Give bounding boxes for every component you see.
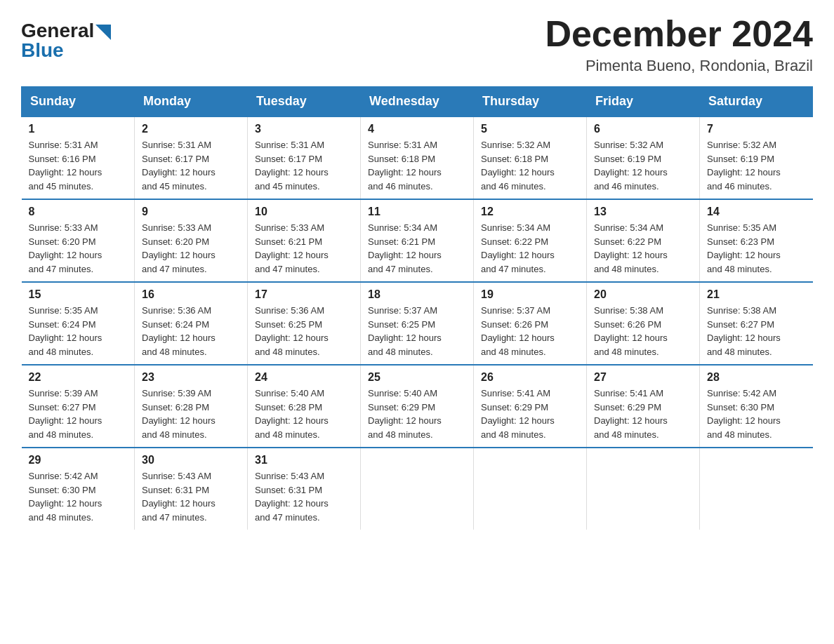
- calendar-week-row: 29 Sunrise: 5:42 AMSunset: 6:30 PMDaylig…: [22, 448, 813, 530]
- calendar-week-row: 15 Sunrise: 5:35 AMSunset: 6:24 PMDaylig…: [22, 282, 813, 365]
- calendar-cell: 18 Sunrise: 5:37 AMSunset: 6:25 PMDaylig…: [361, 282, 474, 365]
- calendar-cell: 31 Sunrise: 5:43 AMSunset: 6:31 PMDaylig…: [248, 448, 361, 530]
- calendar-cell: 29 Sunrise: 5:42 AMSunset: 6:30 PMDaylig…: [22, 448, 135, 530]
- day-number: 15: [29, 288, 128, 301]
- day-info: Sunrise: 5:40 AMSunset: 6:29 PMDaylight:…: [368, 388, 442, 440]
- day-number: 18: [368, 288, 466, 301]
- calendar-cell: [361, 448, 474, 530]
- calendar-cell: 30 Sunrise: 5:43 AMSunset: 6:31 PMDaylig…: [135, 448, 248, 530]
- weekday-header-monday: Monday: [135, 87, 248, 117]
- day-info: Sunrise: 5:32 AMSunset: 6:19 PMDaylight:…: [594, 140, 668, 192]
- day-number: 23: [142, 371, 240, 384]
- calendar-cell: 22 Sunrise: 5:39 AMSunset: 6:27 PMDaylig…: [22, 365, 135, 448]
- weekday-header-row: SundayMondayTuesdayWednesdayThursdayFrid…: [22, 87, 813, 117]
- calendar-cell: 1 Sunrise: 5:31 AMSunset: 6:16 PMDayligh…: [22, 116, 135, 199]
- day-number: 25: [368, 371, 466, 384]
- day-number: 12: [481, 206, 579, 218]
- day-number: 5: [481, 123, 579, 135]
- day-number: 16: [142, 288, 240, 301]
- day-info: Sunrise: 5:36 AMSunset: 6:24 PMDaylight:…: [142, 305, 216, 357]
- day-info: Sunrise: 5:32 AMSunset: 6:19 PMDaylight:…: [707, 140, 781, 192]
- logo: General Blue: [21, 21, 111, 60]
- day-number: 13: [594, 206, 692, 218]
- logo-general-text: General: [21, 21, 94, 41]
- calendar-cell: 13 Sunrise: 5:34 AMSunset: 6:22 PMDaylig…: [587, 199, 700, 282]
- day-info: Sunrise: 5:31 AMSunset: 6:16 PMDaylight:…: [29, 140, 102, 192]
- calendar-cell: 16 Sunrise: 5:36 AMSunset: 6:24 PMDaylig…: [135, 282, 248, 365]
- calendar-cell: [474, 448, 587, 530]
- weekday-header-wednesday: Wednesday: [361, 87, 474, 117]
- day-info: Sunrise: 5:35 AMSunset: 6:23 PMDaylight:…: [707, 222, 781, 274]
- day-info: Sunrise: 5:43 AMSunset: 6:31 PMDaylight:…: [142, 471, 216, 523]
- calendar-cell: 7 Sunrise: 5:32 AMSunset: 6:19 PMDayligh…: [700, 116, 813, 199]
- day-number: 29: [29, 454, 128, 467]
- calendar-subtitle: Pimenta Bueno, Rondonia, Brazil: [545, 57, 813, 75]
- day-info: Sunrise: 5:37 AMSunset: 6:25 PMDaylight:…: [368, 305, 442, 357]
- day-number: 26: [481, 371, 579, 384]
- day-info: Sunrise: 5:31 AMSunset: 6:17 PMDaylight:…: [255, 140, 329, 192]
- day-info: Sunrise: 5:37 AMSunset: 6:26 PMDaylight:…: [481, 305, 555, 357]
- calendar-cell: 17 Sunrise: 5:36 AMSunset: 6:25 PMDaylig…: [248, 282, 361, 365]
- day-number: 4: [368, 123, 466, 135]
- weekday-header-friday: Friday: [587, 87, 700, 117]
- day-number: 17: [255, 288, 353, 301]
- calendar-week-row: 8 Sunrise: 5:33 AMSunset: 6:20 PMDayligh…: [22, 199, 813, 282]
- day-info: Sunrise: 5:40 AMSunset: 6:28 PMDaylight:…: [255, 388, 329, 440]
- calendar-cell: 19 Sunrise: 5:37 AMSunset: 6:26 PMDaylig…: [474, 282, 587, 365]
- day-number: 31: [255, 454, 353, 467]
- weekday-header-sunday: Sunday: [22, 87, 135, 117]
- calendar-cell: 28 Sunrise: 5:42 AMSunset: 6:30 PMDaylig…: [700, 365, 813, 448]
- calendar-cell: 6 Sunrise: 5:32 AMSunset: 6:19 PMDayligh…: [587, 116, 700, 199]
- calendar-cell: 20 Sunrise: 5:38 AMSunset: 6:26 PMDaylig…: [587, 282, 700, 365]
- day-number: 28: [707, 371, 806, 384]
- svg-marker-0: [95, 25, 111, 40]
- day-number: 7: [707, 123, 806, 135]
- calendar-table: SundayMondayTuesdayWednesdayThursdayFrid…: [21, 86, 813, 530]
- day-number: 19: [481, 288, 579, 301]
- calendar-cell: 23 Sunrise: 5:39 AMSunset: 6:28 PMDaylig…: [135, 365, 248, 448]
- day-number: 22: [29, 371, 128, 384]
- weekday-header-thursday: Thursday: [474, 87, 587, 117]
- calendar-title: December 2024: [545, 14, 813, 54]
- day-number: 8: [29, 206, 128, 218]
- day-number: 10: [255, 206, 353, 218]
- day-number: 14: [707, 206, 806, 218]
- calendar-cell: 3 Sunrise: 5:31 AMSunset: 6:17 PMDayligh…: [248, 116, 361, 199]
- logo-arrow-icon: [95, 25, 111, 40]
- calendar-cell: 25 Sunrise: 5:40 AMSunset: 6:29 PMDaylig…: [361, 365, 474, 448]
- day-info: Sunrise: 5:36 AMSunset: 6:25 PMDaylight:…: [255, 305, 329, 357]
- day-number: 9: [142, 206, 240, 218]
- calendar-cell: 9 Sunrise: 5:33 AMSunset: 6:20 PMDayligh…: [135, 199, 248, 282]
- calendar-cell: 11 Sunrise: 5:34 AMSunset: 6:21 PMDaylig…: [361, 199, 474, 282]
- page-header: General Blue December 2024 Pimenta Bueno…: [21, 14, 813, 75]
- day-number: 6: [594, 123, 692, 135]
- day-info: Sunrise: 5:38 AMSunset: 6:27 PMDaylight:…: [707, 305, 781, 357]
- day-info: Sunrise: 5:33 AMSunset: 6:20 PMDaylight:…: [142, 222, 216, 274]
- day-info: Sunrise: 5:39 AMSunset: 6:27 PMDaylight:…: [29, 388, 102, 440]
- logo-blue-text: Blue: [21, 39, 64, 61]
- day-info: Sunrise: 5:43 AMSunset: 6:31 PMDaylight:…: [255, 471, 329, 523]
- weekday-header-saturday: Saturday: [700, 87, 813, 117]
- day-info: Sunrise: 5:39 AMSunset: 6:28 PMDaylight:…: [142, 388, 216, 440]
- calendar-cell: 21 Sunrise: 5:38 AMSunset: 6:27 PMDaylig…: [700, 282, 813, 365]
- day-number: 2: [142, 123, 240, 135]
- calendar-cell: 10 Sunrise: 5:33 AMSunset: 6:21 PMDaylig…: [248, 199, 361, 282]
- day-info: Sunrise: 5:31 AMSunset: 6:17 PMDaylight:…: [142, 140, 216, 192]
- calendar-cell: 14 Sunrise: 5:35 AMSunset: 6:23 PMDaylig…: [700, 199, 813, 282]
- calendar-cell: [700, 448, 813, 530]
- day-info: Sunrise: 5:31 AMSunset: 6:18 PMDaylight:…: [368, 140, 442, 192]
- day-number: 24: [255, 371, 353, 384]
- calendar-week-row: 1 Sunrise: 5:31 AMSunset: 6:16 PMDayligh…: [22, 116, 813, 199]
- calendar-cell: 26 Sunrise: 5:41 AMSunset: 6:29 PMDaylig…: [474, 365, 587, 448]
- calendar-week-row: 22 Sunrise: 5:39 AMSunset: 6:27 PMDaylig…: [22, 365, 813, 448]
- calendar-cell: 8 Sunrise: 5:33 AMSunset: 6:20 PMDayligh…: [22, 199, 135, 282]
- day-info: Sunrise: 5:32 AMSunset: 6:18 PMDaylight:…: [481, 140, 555, 192]
- day-info: Sunrise: 5:34 AMSunset: 6:22 PMDaylight:…: [594, 222, 668, 274]
- day-number: 11: [368, 206, 466, 218]
- calendar-cell: 15 Sunrise: 5:35 AMSunset: 6:24 PMDaylig…: [22, 282, 135, 365]
- day-number: 30: [142, 454, 240, 467]
- day-info: Sunrise: 5:33 AMSunset: 6:21 PMDaylight:…: [255, 222, 329, 274]
- title-block: December 2024 Pimenta Bueno, Rondonia, B…: [545, 14, 813, 75]
- day-number: 20: [594, 288, 692, 301]
- day-info: Sunrise: 5:42 AMSunset: 6:30 PMDaylight:…: [707, 388, 781, 440]
